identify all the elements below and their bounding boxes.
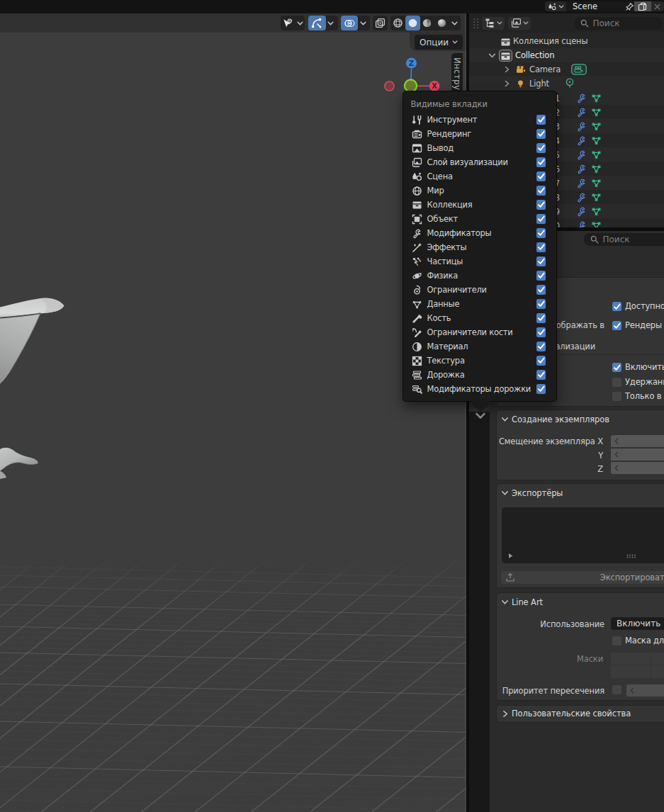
menu-item-track[interactable]: Дорожка <box>403 368 556 382</box>
shading-solid-button[interactable] <box>405 16 420 30</box>
line-art-expand-icon[interactable] <box>501 599 509 606</box>
menu-item-checkbox[interactable] <box>536 129 546 139</box>
scene-new-button[interactable] <box>634 1 651 11</box>
menu-item-checkbox[interactable] <box>536 384 546 394</box>
properties-tab-strip[interactable] <box>469 412 490 812</box>
selectable-checkbox[interactable] <box>612 302 621 311</box>
menu-item-particles[interactable]: Частицы <box>403 254 556 269</box>
panel-custom-properties[interactable]: Пользовательские свойства <box>496 705 664 723</box>
menu-item-checkbox[interactable] <box>536 327 546 337</box>
chevron-down-icon <box>558 5 564 9</box>
priority-slider[interactable] <box>626 684 664 697</box>
outliner-display-mode-button[interactable] <box>482 17 505 30</box>
menu-item-world[interactable]: Мир <box>403 184 556 198</box>
instance-offset-y-field[interactable] <box>611 449 664 461</box>
menu-item-physics[interactable]: Физика <box>403 269 556 283</box>
mask-bit-cell[interactable] <box>611 653 651 665</box>
exporters-expand-icon[interactable] <box>501 490 509 497</box>
menu-item-checkbox[interactable] <box>536 143 546 153</box>
viewport-3d[interactable]: Опции Инструменты Z X <box>0 13 466 812</box>
menu-item-checkbox[interactable] <box>536 115 546 125</box>
mask-checkbox[interactable] <box>612 636 621 645</box>
menu-item-checkbox[interactable] <box>536 228 546 238</box>
mask-bit-cell[interactable] <box>611 665 651 678</box>
menu-item-checkbox[interactable] <box>536 256 546 266</box>
menu-item-track-modifiers[interactable]: Модификаторы дорожки <box>403 382 556 396</box>
menu-item-bone[interactable]: Кость <box>403 311 556 325</box>
object-visibility-button[interactable] <box>281 16 295 30</box>
xray-toggle-button[interactable] <box>373 16 388 30</box>
menu-item-checkbox[interactable] <box>536 356 546 366</box>
menu-item-checkbox[interactable] <box>536 370 546 380</box>
menu-item-checkbox[interactable] <box>536 242 546 252</box>
menu-item-checkbox[interactable] <box>536 313 546 323</box>
outliner-row-camera[interactable]: Camera <box>469 62 664 77</box>
properties-search-input[interactable]: Поиск <box>584 233 664 246</box>
menu-item-checkbox[interactable] <box>536 157 546 167</box>
priority-checkbox[interactable] <box>612 685 621 694</box>
mask-bit-cell[interactable] <box>651 665 664 678</box>
menu-item-checkbox[interactable] <box>536 171 546 181</box>
menu-item-object[interactable]: Объект <box>403 212 556 226</box>
instance-offset-x-field[interactable] <box>611 435 664 447</box>
shading-wireframe-button[interactable] <box>390 16 405 30</box>
indirect-only-checkbox[interactable] <box>612 392 621 401</box>
mask-bit-cell[interactable] <box>651 653 664 665</box>
scene-object-wing[interactable] <box>0 298 64 384</box>
menu-item-material[interactable]: Материал <box>403 339 556 354</box>
outliner-search-input[interactable]: Поиск <box>575 17 663 30</box>
exporters-list[interactable] <box>502 507 664 563</box>
scene-object-claw[interactable] <box>0 448 38 479</box>
visibility-dropdown[interactable] <box>295 16 305 30</box>
scene-browse-button[interactable] <box>545 1 566 11</box>
usage-dropdown[interactable]: Включить <box>611 617 664 630</box>
header-drag-handle[interactable] <box>473 18 480 29</box>
list-resize-grip-icon[interactable] <box>626 554 636 558</box>
menu-item-scene[interactable]: Сцена <box>403 169 556 184</box>
holdout-checkbox[interactable] <box>612 378 621 387</box>
scene-pin-button[interactable] <box>624 1 634 11</box>
scene-name-field[interactable]: Scene <box>566 1 624 11</box>
menu-item-effects[interactable]: Эффекты <box>403 240 556 254</box>
light-data-badge[interactable] <box>565 78 575 89</box>
menu-item-checkbox[interactable] <box>536 214 546 224</box>
menu-item-checkbox[interactable] <box>536 299 546 309</box>
list-filter-expand-icon[interactable] <box>507 553 514 559</box>
active-camera-badge[interactable] <box>571 64 587 75</box>
renders-checkbox[interactable] <box>612 321 621 330</box>
show-gizmos-button[interactable] <box>308 16 326 30</box>
gizmos-dropdown[interactable] <box>326 16 336 30</box>
menu-item-modifiers[interactable]: Модификаторы <box>403 226 556 240</box>
menu-item-data[interactable]: Данные <box>403 297 556 311</box>
menu-item-tool[interactable]: Инструмент <box>403 113 556 127</box>
menu-item-checkbox[interactable] <box>536 271 546 281</box>
instance-offset-z-field[interactable] <box>611 462 664 474</box>
menu-item-bone-constraints[interactable]: Ограничители кости <box>403 325 556 339</box>
export-button[interactable]: Экспортировать <box>501 571 664 584</box>
outliner-filter-button[interactable] <box>508 17 531 30</box>
menu-item-output[interactable]: Вывод <box>403 141 556 155</box>
include-checkbox[interactable] <box>612 363 621 372</box>
scene-unlink-button[interactable] <box>651 1 664 11</box>
shading-material-button[interactable] <box>420 16 435 30</box>
show-overlays-button[interactable] <box>341 16 358 30</box>
shading-rendered-button[interactable] <box>434 16 449 30</box>
outliner-row-light[interactable]: Light <box>469 77 664 91</box>
outliner-row-collection[interactable]: Collection <box>469 48 664 62</box>
instancing-expand-icon[interactable] <box>501 416 509 423</box>
menu-item-render[interactable]: Рендеринг <box>403 127 556 141</box>
shading-dropdown[interactable] <box>449 16 461 30</box>
tabstrip-scroll-indicator[interactable] <box>475 412 486 419</box>
menu-item-constraints[interactable]: Ограничители <box>403 283 556 297</box>
menu-item-view-layer[interactable]: Слой визуализации <box>403 155 556 169</box>
menu-item-checkbox[interactable] <box>536 342 546 351</box>
options-button[interactable]: Опции <box>415 35 463 50</box>
overlays-dropdown[interactable] <box>358 16 368 30</box>
custom-properties-expand-icon[interactable] <box>502 710 509 718</box>
menu-item-checkbox[interactable] <box>536 200 546 210</box>
menu-item-checkbox[interactable] <box>536 285 546 295</box>
menu-item-collection[interactable]: Коллекция <box>403 198 556 212</box>
menu-item-texture[interactable]: Текстура <box>403 354 556 368</box>
menu-item-checkbox[interactable] <box>536 186 546 196</box>
outliner-row-scene-collection[interactable]: Коллекция сцены <box>469 34 664 48</box>
